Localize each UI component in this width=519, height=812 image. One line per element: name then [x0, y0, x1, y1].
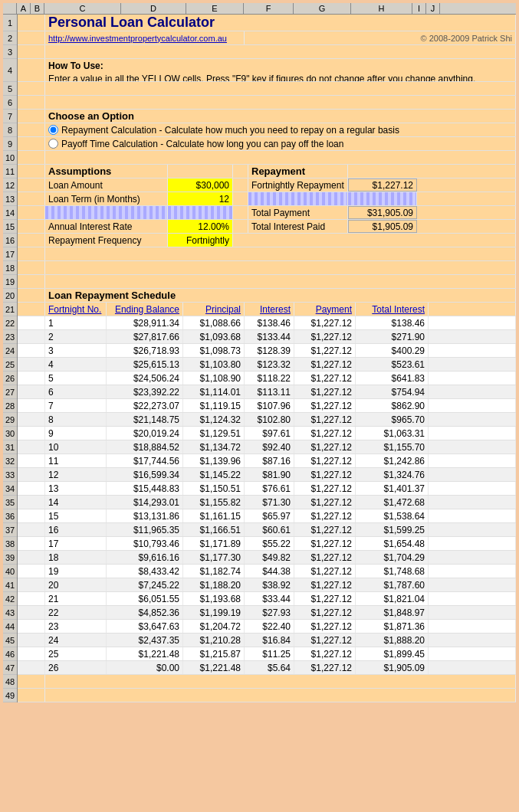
cell-ending-r8: $20,019.24 — [107, 427, 183, 440]
fortnightly-repay-value: $1,227.12 — [348, 178, 417, 192]
cell-total-int-r10: $1,242.86 — [356, 454, 429, 467]
cell-ending-r14: $13,131.86 — [107, 509, 183, 522]
cell-interest-r7: $102.80 — [245, 413, 294, 426]
row-num-1: 1 — [3, 15, 17, 31]
row-num-48: 48 — [3, 675, 17, 689]
stripe-cell-1 — [248, 192, 348, 205]
cell-payment-r17: $1,227.12 — [294, 551, 356, 564]
repay-freq-value[interactable]: Fortnightly — [168, 234, 233, 247]
loan-amount-value[interactable]: $30,000 — [168, 178, 233, 192]
row-16: Repayment Frequency Fortnightly — [18, 234, 516, 247]
row-num-22: 22 — [3, 316, 17, 330]
cell-interest-r13: $71.30 — [245, 496, 294, 509]
col-header-fortnight[interactable]: Fortnight No. — [45, 303, 107, 316]
cell-ab-r7 — [18, 413, 45, 426]
col-header-principal[interactable]: Principal — [183, 303, 245, 316]
cell-payment-r2: $1,227.12 — [294, 344, 356, 357]
col-header-interest[interactable]: Interest — [245, 303, 294, 316]
howto-text: Enter a value in all the YELLOW cells. P… — [48, 73, 475, 81]
cell-ending-r21: $4,852.36 — [107, 606, 183, 619]
total-interest-label: Total Interest Paid — [248, 220, 348, 233]
cell-no-r19: 20 — [45, 578, 107, 591]
spreadsheet-body: 1 2 3 4 5 6 7 8 9 10 11 12 13 14 15 16 1… — [3, 15, 516, 702]
website-link[interactable]: http://www.investmentpropertycalculator.… — [48, 34, 227, 43]
cell-no-r22: 23 — [45, 620, 107, 633]
row-num-43: 43 — [3, 606, 17, 620]
cell-principal-r15: $1,166.51 — [183, 523, 245, 536]
option1-cell[interactable]: Repayment Calculation - Calculate how mu… — [45, 123, 516, 136]
main-content: Personal Loan Calculator http://www.inve… — [18, 15, 516, 702]
cell-ab-r10 — [18, 454, 45, 467]
cell-total-int-r3: $523.61 — [356, 358, 429, 371]
row-num-30: 30 — [3, 427, 17, 440]
cell-ending-r23: $2,437.35 — [107, 634, 183, 647]
stripe-left-1 — [45, 206, 168, 219]
cell-total-int-r2: $400.29 — [356, 344, 429, 357]
row-10 — [18, 151, 516, 165]
row-11: Assumptions Repayment — [18, 165, 516, 178]
cell-ending-r3: $25,615.13 — [107, 358, 183, 371]
cell-payment-r14: $1,227.12 — [294, 509, 356, 522]
row-3 — [18, 45, 516, 59]
loan-amount-label: Loan Amount — [45, 178, 168, 192]
table-row: 14 $14,293.01 $1,155.82 $71.30 $1,227.12… — [18, 496, 516, 509]
col-header-ending[interactable]: Ending Balance — [107, 303, 183, 316]
cell-principal-r11: $1,145.22 — [183, 468, 245, 481]
row-8: Repayment Calculation - Calculate how mu… — [18, 123, 516, 137]
col-header-a: A — [17, 3, 31, 14]
annual-rate-label: Annual Interest Rate — [45, 220, 168, 233]
cell-payment-r18: $1,227.12 — [294, 565, 356, 578]
cell-principal-r5: $1,114.01 — [183, 385, 245, 398]
cell-principal-r24: $1,215.87 — [183, 647, 245, 660]
cell-interest-r17: $49.82 — [245, 551, 294, 564]
row-num-23: 23 — [3, 330, 17, 344]
cell-ending-r25: $0.00 — [107, 661, 183, 674]
cell-interest-r14: $65.97 — [245, 509, 294, 522]
cell-ab-r5 — [18, 385, 45, 398]
copyright-text: © 2008-2009 Patrick Shi — [421, 34, 512, 43]
col-header-payment[interactable]: Payment — [294, 303, 356, 316]
row-17 — [18, 247, 516, 261]
cell-ab-r22 — [18, 620, 45, 633]
website-link-cell[interactable]: http://www.investmentpropertycalculator.… — [45, 31, 245, 44]
row-num-4: 4 — [3, 59, 17, 82]
table-row: 13 $15,448.83 $1,150.51 $76.61 $1,227.12… — [18, 482, 516, 496]
row-num-25: 25 — [3, 358, 17, 372]
cell-ab-r13 — [18, 496, 45, 509]
option1-radio[interactable] — [48, 125, 58, 135]
cell-ab2 — [18, 31, 45, 44]
row-num-19: 19 — [3, 275, 17, 289]
stripe-cell-2 — [348, 192, 417, 205]
cell-interest-r0: $138.46 — [245, 316, 294, 329]
cell-ab-r6 — [18, 399, 45, 412]
schedule-title: Loan Repayment Schedule — [45, 289, 516, 302]
stripe-left-2 — [168, 206, 233, 219]
cell-payment-r11: $1,227.12 — [294, 468, 356, 481]
col-header-total-interest[interactable]: Total Interest — [356, 303, 429, 316]
total-payment-value: $31,905.09 — [348, 206, 417, 219]
option2-cell[interactable]: Payoff Time Calculation - Calculate how … — [45, 137, 516, 150]
table-row: 4 $25,615.13 $1,103.80 $123.32 $1,227.12… — [18, 358, 516, 372]
cell-payment-r6: $1,227.12 — [294, 399, 356, 412]
cell-total-int-r8: $1,063.31 — [356, 427, 429, 440]
cell-ab-r2 — [18, 344, 45, 357]
cell-total-int-r7: $965.70 — [356, 413, 429, 426]
row-num-18: 18 — [3, 261, 17, 275]
row-num-17: 17 — [3, 247, 17, 261]
cell-principal-r18: $1,182.74 — [183, 565, 245, 578]
cell-total-int-r21: $1,848.97 — [356, 606, 429, 619]
loan-term-value[interactable]: 12 — [168, 192, 233, 205]
cell-interest-r6: $107.96 — [245, 399, 294, 412]
option2-radio[interactable] — [48, 139, 58, 149]
col-header-i: I — [412, 3, 426, 14]
cell-no-r10: 11 — [45, 454, 107, 467]
annual-rate-value[interactable]: 12.00% — [168, 220, 233, 233]
cell-interest-r4: $118.22 — [245, 372, 294, 385]
row-num-33: 33 — [3, 468, 17, 482]
cell-ab-r0 — [18, 316, 45, 329]
cell-principal-r14: $1,161.15 — [183, 509, 245, 522]
cell-ending-r22: $3,647.63 — [107, 620, 183, 633]
col-header-row — [3, 3, 17, 14]
cell-no-r3: 4 — [45, 358, 107, 371]
table-row: 23 $3,647.63 $1,204.72 $22.40 $1,227.12 … — [18, 620, 516, 634]
